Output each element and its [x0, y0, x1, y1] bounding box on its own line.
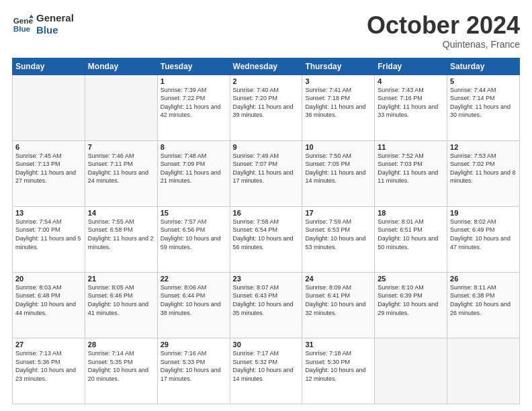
calendar-cell: 30Sunrise: 7:17 AMSunset: 5:32 PMDayligh… — [230, 338, 302, 404]
calendar-cell — [447, 338, 520, 404]
day-number: 9 — [233, 143, 300, 151]
calendar-cell — [375, 338, 447, 404]
day-number: 27 — [15, 340, 82, 349]
calendar-cell: 9Sunrise: 7:49 AMSunset: 7:07 PMDaylight… — [230, 140, 302, 206]
calendar-cell: 4Sunrise: 7:43 AMSunset: 7:16 PMDaylight… — [375, 75, 447, 140]
day-number: 3 — [305, 77, 371, 85]
calendar-cell: 1Sunrise: 7:39 AMSunset: 7:22 PMDaylight… — [157, 75, 230, 140]
cell-info: Sunrise: 8:06 AMSunset: 6:44 PMDaylight:… — [161, 283, 227, 317]
calendar-cell: 29Sunrise: 7:16 AMSunset: 5:33 PMDayligh… — [157, 338, 230, 404]
calendar-cell: 16Sunrise: 7:58 AMSunset: 6:54 PMDayligh… — [230, 206, 302, 272]
day-number: 23 — [233, 275, 300, 283]
cell-info: Sunrise: 7:52 AMSunset: 7:03 PMDaylight:… — [378, 152, 444, 185]
calendar-cell: 21Sunrise: 8:05 AMSunset: 6:46 PMDayligh… — [85, 272, 157, 338]
cell-info: Sunrise: 8:07 AMSunset: 6:43 PMDaylight:… — [233, 283, 300, 317]
cell-info: Sunrise: 7:41 AMSunset: 7:18 PMDaylight:… — [305, 86, 371, 120]
cell-info: Sunrise: 7:17 AMSunset: 5:32 PMDaylight:… — [233, 349, 300, 383]
day-number: 19 — [450, 209, 517, 217]
calendar-cell: 28Sunrise: 7:14 AMSunset: 5:35 PMDayligh… — [85, 338, 157, 404]
cell-info: Sunrise: 8:09 AMSunset: 6:41 PMDaylight:… — [305, 283, 371, 317]
calendar-cell: 12Sunrise: 7:53 AMSunset: 7:02 PMDayligh… — [447, 140, 520, 206]
day-number: 14 — [88, 209, 154, 217]
calendar-cell: 2Sunrise: 7:40 AMSunset: 7:20 PMDaylight… — [230, 75, 302, 140]
calendar-cell: 17Sunrise: 7:59 AMSunset: 6:53 PMDayligh… — [302, 206, 375, 272]
weekday-header-sunday: Sunday — [13, 58, 85, 75]
calendar-cell: 23Sunrise: 8:07 AMSunset: 6:43 PMDayligh… — [230, 272, 302, 338]
week-row-4: 20Sunrise: 8:03 AMSunset: 6:48 PMDayligh… — [13, 272, 520, 338]
header: General Blue General Blue October 2024 Q… — [12, 12, 520, 50]
cell-info: Sunrise: 7:53 AMSunset: 7:02 PMDaylight:… — [450, 152, 517, 185]
cell-info: Sunrise: 7:39 AMSunset: 7:22 PMDaylight:… — [161, 86, 227, 120]
cell-info: Sunrise: 8:05 AMSunset: 6:46 PMDaylight:… — [88, 283, 154, 317]
cell-info: Sunrise: 7:43 AMSunset: 7:16 PMDaylight:… — [378, 86, 444, 120]
calendar-cell: 6Sunrise: 7:45 AMSunset: 7:13 PMDaylight… — [13, 140, 85, 206]
calendar-cell: 10Sunrise: 7:50 AMSunset: 7:05 PMDayligh… — [302, 140, 375, 206]
cell-info: Sunrise: 7:58 AMSunset: 6:54 PMDaylight:… — [233, 218, 300, 251]
calendar-cell: 24Sunrise: 8:09 AMSunset: 6:41 PMDayligh… — [302, 272, 375, 338]
day-number: 22 — [161, 275, 227, 283]
cell-info: Sunrise: 7:48 AMSunset: 7:09 PMDaylight:… — [161, 152, 227, 185]
calendar-page: General Blue General Blue October 2024 Q… — [0, 0, 532, 411]
calendar-cell: 7Sunrise: 7:46 AMSunset: 7:11 PMDaylight… — [85, 140, 157, 206]
weekday-header-wednesday: Wednesday — [230, 58, 302, 75]
cell-info: Sunrise: 7:16 AMSunset: 5:33 PMDaylight:… — [161, 349, 227, 383]
day-number: 7 — [88, 143, 154, 151]
week-row-2: 6Sunrise: 7:45 AMSunset: 7:13 PMDaylight… — [13, 140, 520, 206]
day-number: 24 — [305, 275, 371, 283]
calendar-cell: 22Sunrise: 8:06 AMSunset: 6:44 PMDayligh… — [157, 272, 230, 338]
logo-general: General — [36, 12, 74, 24]
day-number: 10 — [305, 143, 371, 151]
day-number: 20 — [15, 275, 82, 283]
day-number: 26 — [450, 275, 517, 283]
weekday-header-tuesday: Tuesday — [157, 58, 230, 75]
cell-info: Sunrise: 8:11 AMSunset: 6:38 PMDaylight:… — [450, 283, 517, 317]
calendar-cell: 18Sunrise: 8:01 AMSunset: 6:51 PMDayligh… — [375, 206, 447, 272]
calendar-cell — [13, 75, 85, 140]
day-number: 12 — [450, 143, 517, 151]
calendar-cell: 8Sunrise: 7:48 AMSunset: 7:09 PMDaylight… — [157, 140, 230, 206]
day-number: 17 — [305, 209, 371, 217]
day-number: 16 — [233, 209, 300, 217]
svg-text:Blue: Blue — [13, 24, 31, 33]
day-number: 11 — [378, 143, 444, 151]
month-title: October 2024 — [367, 12, 520, 39]
calendar-cell: 20Sunrise: 8:03 AMSunset: 6:48 PMDayligh… — [13, 272, 85, 338]
calendar-cell — [85, 75, 157, 140]
logo-blue: Blue — [36, 24, 74, 36]
calendar-cell: 26Sunrise: 8:11 AMSunset: 6:38 PMDayligh… — [447, 272, 520, 338]
day-number: 1 — [161, 77, 227, 85]
cell-info: Sunrise: 7:14 AMSunset: 5:35 PMDaylight:… — [88, 349, 154, 383]
weekday-header-monday: Monday — [85, 58, 157, 75]
cell-info: Sunrise: 7:54 AMSunset: 7:00 PMDaylight:… — [15, 218, 82, 251]
calendar-cell: 5Sunrise: 7:44 AMSunset: 7:14 PMDaylight… — [447, 75, 520, 140]
cell-info: Sunrise: 7:18 AMSunset: 5:30 PMDaylight:… — [305, 349, 371, 383]
cell-info: Sunrise: 7:13 AMSunset: 5:36 PMDaylight:… — [15, 349, 82, 383]
day-number: 18 — [378, 209, 444, 217]
cell-info: Sunrise: 8:10 AMSunset: 6:39 PMDaylight:… — [378, 283, 444, 317]
day-number: 21 — [88, 275, 154, 283]
cell-info: Sunrise: 7:46 AMSunset: 7:11 PMDaylight:… — [88, 152, 154, 185]
cell-info: Sunrise: 8:03 AMSunset: 6:48 PMDaylight:… — [15, 283, 82, 317]
day-number: 31 — [305, 340, 371, 349]
day-number: 25 — [378, 275, 444, 283]
calendar-cell: 19Sunrise: 8:02 AMSunset: 6:49 PMDayligh… — [447, 206, 520, 272]
calendar-cell: 3Sunrise: 7:41 AMSunset: 7:18 PMDaylight… — [302, 75, 375, 140]
day-number: 2 — [233, 77, 300, 85]
calendar-cell: 15Sunrise: 7:57 AMSunset: 6:56 PMDayligh… — [157, 206, 230, 272]
weekday-header-thursday: Thursday — [302, 58, 375, 75]
day-number: 6 — [15, 143, 82, 151]
cell-info: Sunrise: 7:44 AMSunset: 7:14 PMDaylight:… — [450, 86, 517, 120]
weekday-header-friday: Friday — [375, 58, 447, 75]
cell-info: Sunrise: 7:40 AMSunset: 7:20 PMDaylight:… — [233, 86, 300, 120]
cell-info: Sunrise: 7:59 AMSunset: 6:53 PMDaylight:… — [305, 218, 371, 251]
calendar-cell: 11Sunrise: 7:52 AMSunset: 7:03 PMDayligh… — [375, 140, 447, 206]
calendar-cell: 13Sunrise: 7:54 AMSunset: 7:00 PMDayligh… — [13, 206, 85, 272]
day-number: 13 — [15, 209, 82, 217]
cell-info: Sunrise: 8:01 AMSunset: 6:51 PMDaylight:… — [378, 218, 444, 251]
weekday-header-saturday: Saturday — [447, 58, 520, 75]
cell-info: Sunrise: 7:49 AMSunset: 7:07 PMDaylight:… — [233, 152, 300, 185]
cell-info: Sunrise: 8:02 AMSunset: 6:49 PMDaylight:… — [450, 218, 517, 251]
week-row-1: 1Sunrise: 7:39 AMSunset: 7:22 PMDaylight… — [13, 75, 520, 140]
day-number: 8 — [161, 143, 227, 151]
logo: General Blue General Blue — [12, 12, 74, 36]
